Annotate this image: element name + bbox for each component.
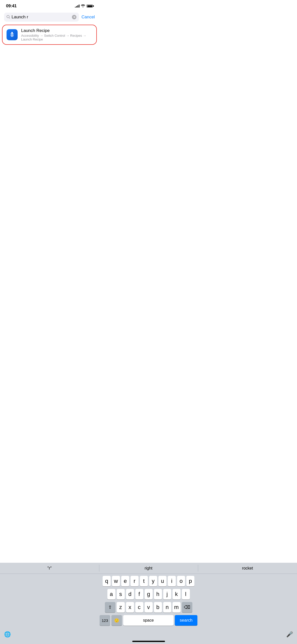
- search-input[interactable]: Launch r: [12, 15, 70, 20]
- search-icon: [7, 15, 10, 19]
- results-container: Launch Recipe Accessibility → Switch Con…: [0, 24, 99, 214]
- status-bar: 09:41: [0, 0, 99, 11]
- clear-button[interactable]: ✕: [72, 15, 76, 19]
- result-title: Launch Recipe: [21, 28, 92, 33]
- status-icons: [75, 4, 93, 8]
- clear-icon: ✕: [73, 16, 75, 19]
- result-path: Accessibility → Switch Control → Recipes…: [21, 34, 92, 41]
- status-time: 09:41: [6, 4, 17, 9]
- search-input-wrapper[interactable]: Launch r ✕: [4, 13, 79, 22]
- result-item-launch-recipe[interactable]: Launch Recipe Accessibility → Switch Con…: [2, 25, 97, 45]
- cancel-button[interactable]: Cancel: [81, 15, 95, 20]
- battery-icon: [87, 5, 93, 8]
- result-icon: [7, 29, 18, 40]
- svg-point-1: [11, 32, 13, 33]
- result-text: Launch Recipe Accessibility → Switch Con…: [21, 28, 92, 41]
- search-bar-container: Launch r ✕ Cancel: [0, 11, 99, 24]
- wifi-icon: [81, 4, 85, 8]
- signal-icon: [75, 5, 79, 8]
